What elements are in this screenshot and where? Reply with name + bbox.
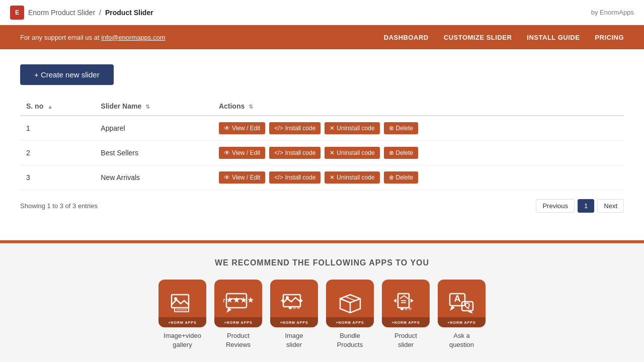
table-row: 1 Apparel 👁 View / Edit </> Install code…	[20, 116, 624, 141]
main-content: + Create new slider S. no ▲ Slider Name …	[0, 49, 644, 240]
app-label-2: ProductReviews	[226, 331, 251, 349]
enorm-badge-5: ≡NORM APPS	[382, 317, 430, 327]
breadcrumb: E Enorm Product Slider / Product Slider	[10, 6, 153, 20]
breadcrumb-separator: /	[99, 9, 101, 17]
install-code-button-2[interactable]: </> Install code	[269, 147, 320, 159]
x-icon: ✕	[330, 125, 335, 132]
delete-button-2[interactable]: ⊗ Delete	[384, 147, 419, 159]
app-label-1: Image+videogallery	[164, 331, 201, 349]
svg-marker-21	[393, 299, 396, 303]
row-sno: 2	[20, 141, 95, 165]
svg-text:Q: Q	[464, 301, 470, 309]
row-sno: 3	[20, 165, 95, 190]
eye-icon: 👁	[224, 149, 230, 156]
pagination: Showing 1 to 3 of 3 entries Previous 1 N…	[20, 199, 624, 213]
code-icon: </>	[274, 174, 283, 181]
x-icon: ✕	[330, 149, 335, 156]
app-icons-row: ≡NORM APPS Image+videogallery ★★★★★ ≡NOR…	[20, 280, 624, 349]
support-email-link[interactable]: info@enormapps.com	[101, 34, 165, 41]
view-edit-button-3[interactable]: 👁 View / Edit	[219, 171, 265, 184]
row-actions: 👁 View / Edit </> Install code ✕ Uninsta…	[213, 141, 624, 165]
create-slider-button[interactable]: + Create new slider	[20, 64, 114, 85]
pagination-controls: Previous 1 Next	[536, 199, 624, 213]
svg-point-10	[293, 306, 296, 309]
svg-point-9	[289, 306, 292, 309]
enorm-badge-4: ≡NORM APPS	[326, 317, 374, 327]
pagination-showing: Showing 1 to 3 of 3 entries	[20, 202, 98, 210]
nav-bar: For any support email us at info@enormap…	[0, 25, 644, 49]
enorm-badge-6: ≡NORM APPS	[438, 317, 486, 327]
nav-pricing[interactable]: PRICING	[595, 34, 624, 41]
code-icon: </>	[274, 149, 283, 156]
row-sno: 1	[20, 116, 95, 141]
table-row: 2 Best Sellers 👁 View / Edit </> Install…	[20, 141, 624, 165]
app-label-3: Imageslider	[285, 331, 303, 349]
install-code-button-3[interactable]: </> Install code	[269, 171, 320, 184]
svg-point-20	[409, 307, 412, 310]
nav-install[interactable]: INSTALL GUIDE	[527, 34, 580, 41]
app-label-4: BundleProducts	[337, 331, 363, 349]
svg-point-1	[174, 297, 177, 300]
slider-table: S. no ▲ Slider Name ⇅ Actions ⇅ 1 Appare…	[20, 97, 624, 190]
install-code-button-1[interactable]: </> Install code	[269, 122, 320, 134]
app-card-bundle-products[interactable]: ≡NORM APPS BundleProducts	[326, 280, 374, 349]
delete-button-3[interactable]: ⊗ Delete	[384, 171, 419, 184]
nav-dashboard[interactable]: DASHBOARD	[384, 34, 429, 41]
app-card-image-slider[interactable]: ≡NORM APPS Imageslider	[270, 280, 318, 349]
svg-text:★★★★★: ★★★★★	[223, 296, 254, 304]
enorm-badge-2: ≡NORM APPS	[214, 317, 262, 327]
support-text: For any support email us at info@enormap…	[20, 34, 166, 41]
delete-button-1[interactable]: ⊗ Delete	[384, 122, 419, 134]
top-bar: E Enorm Product Slider / Product Slider …	[0, 0, 644, 25]
uninstall-code-button-1[interactable]: ✕ Uninstall code	[325, 122, 379, 134]
delete-icon: ⊗	[389, 174, 394, 181]
enorm-badge-3: ≡NORM APPS	[270, 317, 318, 327]
recommendations-section: WE RECOMMEND THE FOLLOWING APPS TO YOU ≡…	[0, 243, 644, 362]
svg-marker-12	[281, 299, 283, 303]
app-label-6: Ask aquestion	[449, 331, 474, 349]
view-edit-button-2[interactable]: 👁 View / Edit	[219, 147, 265, 159]
page-1-button[interactable]: 1	[578, 199, 594, 213]
col-name[interactable]: Slider Name ⇅	[95, 97, 213, 116]
app-card-ask-question[interactable]: A Q ≡NORM APPS Ask aquestion	[438, 280, 486, 349]
delete-icon: ⊗	[389, 149, 394, 156]
col-sno[interactable]: S. no ▲	[20, 97, 95, 116]
svg-marker-22	[411, 299, 414, 303]
row-actions: 👁 View / Edit </> Install code ✕ Uninsta…	[213, 116, 624, 141]
row-name: Best Sellers	[95, 141, 213, 165]
svg-rect-3	[176, 309, 187, 311]
by-label: by EnormApps	[591, 9, 634, 16]
delete-icon: ⊗	[389, 125, 394, 132]
app-card-product-reviews[interactable]: ★★★★★ ≡NORM APPS ProductReviews	[214, 280, 262, 349]
app-card-image-gallery[interactable]: ≡NORM APPS Image+videogallery	[158, 280, 206, 349]
code-icon: </>	[274, 125, 283, 132]
nav-links: DASHBOARD CUSTOMIZE SLIDER INSTALL GUIDE…	[384, 34, 624, 41]
previous-button[interactable]: Previous	[536, 199, 575, 213]
page-name: Product Slider	[105, 9, 153, 17]
svg-rect-0	[172, 295, 189, 308]
product-slider-icon: ≡NORM APPS	[382, 280, 430, 327]
bundle-products-icon: ≡NORM APPS	[326, 280, 374, 327]
sort-icon-sno: ▲	[47, 104, 53, 110]
eye-icon: 👁	[224, 174, 230, 181]
uninstall-code-button-3[interactable]: ✕ Uninstall code	[325, 171, 379, 184]
row-name: Apparel	[95, 116, 213, 141]
sort-icon-name: ⇅	[145, 104, 150, 110]
image-video-gallery-icon: ≡NORM APPS	[158, 280, 206, 327]
uninstall-code-button-2[interactable]: ✕ Uninstall code	[325, 147, 379, 159]
svg-marker-13	[300, 299, 303, 303]
nav-customize[interactable]: CUSTOMIZE SLIDER	[444, 34, 512, 41]
ask-question-icon: A Q ≡NORM APPS	[438, 280, 486, 327]
view-edit-button-1[interactable]: 👁 View / Edit	[219, 122, 265, 134]
app-logo-icon: E	[10, 6, 24, 20]
svg-point-19	[405, 307, 408, 310]
svg-point-18	[400, 307, 404, 310]
app-card-product-slider[interactable]: ≡NORM APPS Productslider	[382, 280, 430, 349]
x-icon: ✕	[330, 174, 335, 181]
product-reviews-icon: ★★★★★ ≡NORM APPS	[214, 280, 262, 327]
app-label-5: Productslider	[394, 331, 417, 349]
row-actions: 👁 View / Edit </> Install code ✕ Uninsta…	[213, 165, 624, 190]
next-button[interactable]: Next	[597, 199, 624, 213]
app-name: Enorm Product Slider	[28, 9, 95, 17]
col-actions: Actions ⇅	[213, 97, 624, 116]
